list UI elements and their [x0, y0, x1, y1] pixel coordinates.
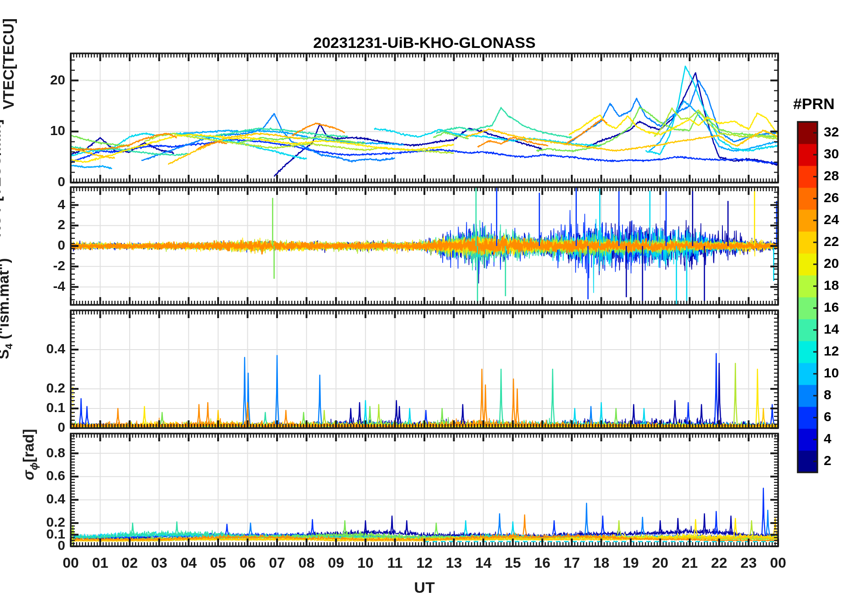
y-axis-label-vtec: VTEC[TECU]: [0, 18, 17, 110]
plot-title: 20231231-UiB-KHO-GLONASS: [71, 34, 778, 52]
y-axis-label-sigma-phi: σϕ[rad]: [20, 429, 40, 480]
glonass-multipanel-plot-canvas: [0, 0, 868, 607]
y-axis-label-rot: ROT [TECU/min]: [0, 120, 4, 237]
x-axis-label: UT: [71, 579, 778, 597]
y-axis-label-s4: S4 ("ism.mat"): [0, 258, 15, 360]
colorbar-title: #PRN: [793, 95, 866, 113]
figure-window: 20231231-UiB-KHO-GLONASS VTEC[TECU] ROT …: [0, 0, 868, 607]
